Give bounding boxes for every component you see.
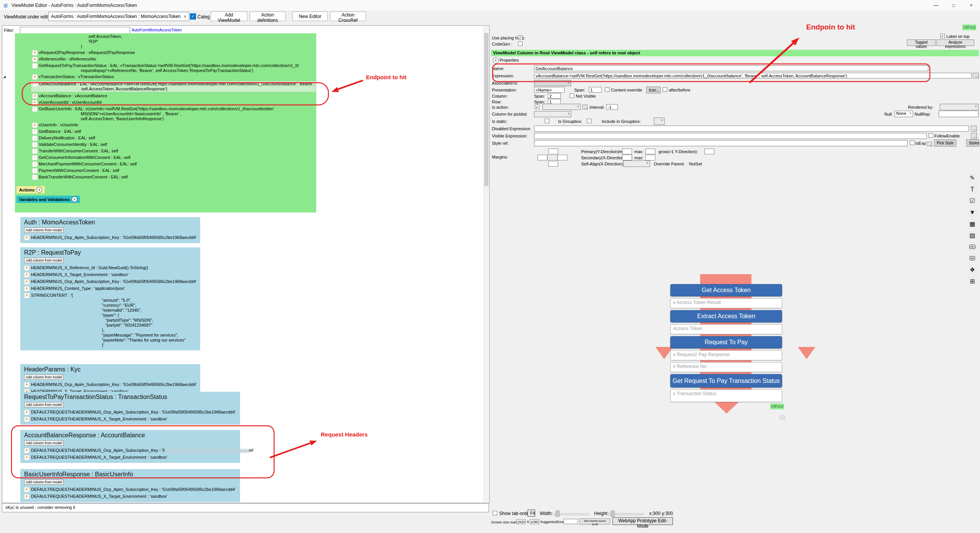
tree-item[interactable]: AvReferenceNo : vReferenceNo — [32, 57, 96, 62]
webapp-prototype-button[interactable]: WebApp Prototype Edit-Mode — [612, 517, 673, 525]
column-for-picklist-dropdown[interactable] — [534, 111, 571, 117]
style-ref-input[interactable] — [534, 140, 908, 146]
box-row[interactable]: ADEFAULTREQUESTHEADERMINUS_X_Target_Envi… — [24, 417, 236, 422]
presentation-input[interactable] — [534, 87, 565, 93]
flow-field[interactable]: v Access Token Result — [670, 298, 782, 308]
include-in-groupbox-dropdown[interactable] — [654, 118, 665, 125]
add-column-button[interactable]: Add column from model — [24, 227, 64, 233]
margin-bottom-input[interactable] — [548, 161, 558, 167]
name-input[interactable] — [534, 65, 928, 71]
is-action-checkbox[interactable] — [535, 105, 539, 109]
calendar-icon[interactable]: ▦ — [967, 219, 978, 229]
categ-checkbox[interactable]: ✓ — [190, 13, 196, 20]
chevron-down-icon[interactable]: v — [36, 187, 42, 193]
set-shrink-zoom-button[interactable]: Set shrink zoom to fit — [580, 518, 610, 525]
tree-item[interactable]: ☼GetAccountBalance : EAL: vAccountBalanc… — [31, 81, 316, 92]
add-column-button[interactable]: Add column from model — [24, 479, 64, 485]
box-row[interactable]: ADEFAULTREQUESTHEADERMINUS_Ocp_Apim_Subs… — [24, 487, 236, 492]
rendered-by-dropdown[interactable] — [940, 104, 978, 110]
tree-item[interactable]: ☼BankTransferWithConsumerConsent : EAL: … — [32, 175, 128, 180]
tree-item[interactable]: AvUserInfo : vUserInfo — [32, 123, 78, 128]
fit-button[interactable]: Fit — [528, 510, 535, 517]
tree-item[interactable]: ☼GetConsumerInformationWithConsent : EAL… — [32, 155, 131, 160]
expression-input[interactable] — [534, 73, 972, 78]
toolbar-button-1[interactable]: Action definitions — [250, 11, 286, 21]
codegen-checkbox[interactable] — [518, 41, 523, 46]
box-row[interactable]: ADEFAULTREQUESTHEADERMINUS_Ocp_Apim_Subs… — [24, 410, 236, 415]
dropdown-icon[interactable]: ▼ — [967, 208, 978, 217]
scrollbar-thumb[interactable] — [484, 33, 488, 186]
list-icon[interactable]: list — [967, 253, 978, 263]
flow-button[interactable]: Get Request To Pay Transaction Status — [670, 374, 782, 387]
not-visible-checkbox[interactable] — [570, 93, 574, 98]
disabled-expression-input[interactable] — [534, 126, 969, 132]
styles-button[interactable]: Styles — [966, 139, 979, 147]
window-settings-icon[interactable]: ⊞ — [967, 276, 978, 286]
chevron-down-icon[interactable]: v — [72, 196, 77, 202]
self-align-dropdown[interactable] — [623, 160, 650, 167]
flow-field[interactable]: Access Token — [670, 324, 782, 334]
content-override-checkbox[interactable] — [605, 87, 609, 92]
show-tab-order-checkbox[interactable] — [493, 511, 497, 515]
flow-field[interactable]: v Reference No — [670, 362, 782, 372]
add-column-button[interactable]: Add column from model — [24, 440, 64, 446]
flow-field[interactable]: v Request2 Pay Response — [670, 350, 782, 360]
toolbar-button-3[interactable]: Action CrossRef — [330, 11, 366, 21]
model-link[interactable]: AutoFormMomoAccessToken — [132, 28, 182, 32]
tree-expander-icon[interactable]: ◢ — [3, 75, 6, 78]
secondary-min-input[interactable] — [622, 155, 632, 160]
collapse-icon[interactable]: ∧ — [493, 57, 499, 64]
disabled-expression-more-button[interactable]: ... — [971, 126, 977, 132]
add-column-button[interactable]: Add column from model — [24, 374, 64, 380]
tagged-values-button[interactable]: Tagged values — [907, 39, 936, 46]
column-span-input[interactable] — [548, 93, 561, 99]
tree-item[interactable]: AvAccountBalance : vAccountBalance — [32, 93, 107, 99]
null-dropdown[interactable]: None — [895, 111, 913, 117]
text-icon[interactable]: T — [967, 185, 978, 194]
tree-item[interactable]: AvTransactionStatus : vTransactionStatus — [32, 74, 114, 80]
box-row[interactable]: ADEFAULTREQUESTHEADERMINUS_X_Target_Envi… — [24, 494, 236, 499]
height-slider-thumb[interactable] — [611, 510, 615, 517]
margin-left-input[interactable] — [537, 155, 547, 160]
tree-item[interactable]: ☼GetRequestToPayTransactionStatus : EAL:… — [32, 63, 299, 73]
toolbar-button-2[interactable]: New Editor — [292, 11, 328, 21]
grow-input[interactable] — [704, 149, 714, 154]
tree-item[interactable]: ☼GetBalance : EAL: self — [32, 129, 81, 134]
maximize-button[interactable]: □ — [945, 0, 962, 11]
flow-button[interactable]: Get Access Token — [670, 284, 782, 296]
tree-item[interactable]: ☼GetBasicUserInfo : EAL: vUserInfo:=self… — [32, 106, 274, 121]
is-static-checkbox[interactable] — [545, 119, 549, 123]
close-button[interactable]: × — [962, 0, 980, 11]
box-row[interactable]: ASTRINGCONTENT : '{"amount": "5.0","curr… — [24, 293, 196, 348]
box-row[interactable]: AHEADERMINUS_Ocp_Apim_Subscription_Key :… — [24, 279, 196, 284]
tree-item[interactable]: AvUserAccountId : vUserAccountId — [32, 100, 101, 105]
after-before-checkbox[interactable] — [663, 87, 667, 92]
add-column-button[interactable]: Add column from model — [24, 402, 64, 407]
expression-more-button[interactable]: ... — [973, 73, 979, 78]
toolbar-button-0[interactable]: Add ViewModel — [211, 11, 247, 21]
is-action-dropdown[interactable] — [542, 104, 581, 110]
box-row[interactable]: ADEFAULTREQUESTHEADERMINUS_X_Target_Envi… — [24, 455, 236, 460]
visible-expression-more-button[interactable]: ... — [971, 133, 977, 139]
box-row[interactable]: AHEADERMINUS_X_Target_Environment : 'san… — [24, 272, 196, 278]
is-groupbox-checkbox[interactable] — [587, 119, 591, 123]
is-action-more-button[interactable]: ... — [582, 105, 588, 110]
checkbox-icon[interactable]: ☑ — [967, 196, 978, 206]
tree-item[interactable]: ☼DeliveryNotification : EAL: self — [32, 136, 95, 141]
viewmodel-combo[interactable]: AutoForms : AutoFormMomoAccessToken : Mo… — [48, 12, 189, 21]
analyze-expressions-button[interactable]: Analyze expressions — [936, 39, 974, 46]
suggested-zoom-input[interactable] — [564, 519, 578, 524]
tree-item[interactable]: ☼ValidateConsumerIdentity : EAL: self — [32, 142, 107, 147]
actions-section-header[interactable]: Actions v — [16, 186, 45, 193]
button-icon[interactable]: btn — [967, 242, 978, 252]
box-row[interactable]: ADEFAULTREQUESTHEADERMINUS_Ocp_Apim_Subs… — [24, 448, 236, 453]
flow-button[interactable]: Extract Access Token — [670, 310, 782, 322]
tree-item[interactable]: AvRequest2PayResponse : vRequest2PayResp… — [32, 50, 135, 56]
icon-button[interactable]: Icon... — [646, 87, 661, 93]
presentation-span-input[interactable] — [589, 87, 602, 93]
edit-icon[interactable]: ✎ — [967, 173, 978, 183]
cube-icon[interactable]: ❖ — [967, 265, 978, 275]
nullrep-input[interactable] — [939, 111, 978, 117]
image-icon[interactable]: ▨ — [967, 231, 978, 240]
width-slider-thumb[interactable] — [555, 510, 560, 517]
